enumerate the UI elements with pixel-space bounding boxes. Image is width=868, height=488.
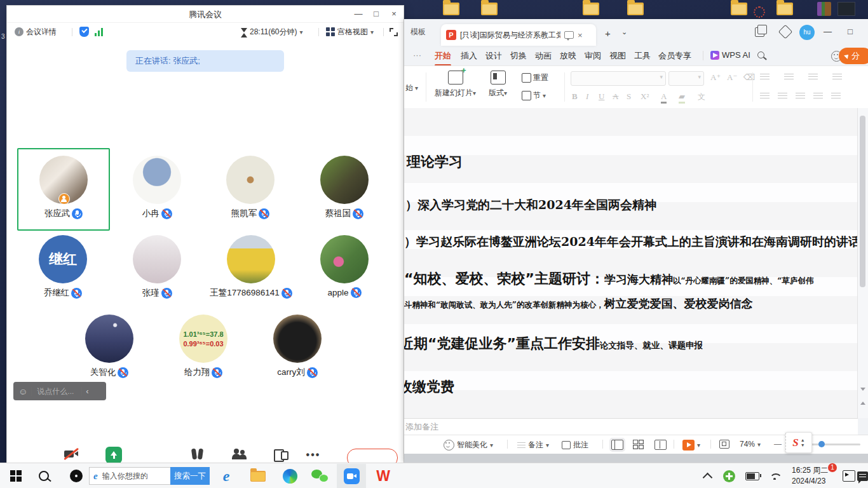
- security-status-button[interactable]: [79, 25, 89, 38]
- grid-view-selector[interactable]: 宫格视图 ▾: [326, 25, 374, 38]
- mic-muted-icon[interactable]: [259, 208, 269, 219]
- tab-close-icon[interactable]: ×: [578, 30, 583, 40]
- sogou-ime-widget[interactable]: S ▲▼: [785, 432, 812, 453]
- tab-list-chevron-icon[interactable]: ⌄: [621, 28, 627, 36]
- scrollbar-thumb[interactable]: [860, 116, 865, 287]
- down-arrow-icon[interactable]: ▼: [801, 443, 805, 447]
- taskbar-search-box[interactable]: e: [89, 467, 170, 485]
- desktop-folder-icon[interactable]: [776, 3, 793, 15]
- italic-button[interactable]: I: [586, 92, 588, 102]
- mic-muted-icon[interactable]: [307, 367, 318, 378]
- section-button[interactable]: 节▾: [522, 90, 546, 101]
- tab-insert[interactable]: 插入: [461, 50, 477, 62]
- decrease-font-button[interactable]: A⁻: [727, 72, 737, 83]
- pinyin-guide-button[interactable]: 文: [698, 92, 705, 102]
- zoom-level[interactable]: 74%▾: [740, 440, 761, 449]
- slide-sorter-button[interactable]: [633, 440, 644, 449]
- normal-view-button[interactable]: [611, 440, 623, 450]
- meeting-timer[interactable]: 28:11(60分钟) ▾: [241, 25, 303, 38]
- increase-indent-icon[interactable]: [832, 74, 842, 81]
- zoom-out-button[interactable]: —: [774, 440, 782, 449]
- tray-battery[interactable]: [743, 463, 761, 488]
- interaction-button[interactable]: [187, 445, 207, 464]
- mic-on-icon[interactable]: [72, 208, 83, 219]
- reset-button[interactable]: 重置: [522, 72, 548, 83]
- mic-muted-icon[interactable]: [118, 367, 128, 378]
- desktop-archive-icon[interactable]: [817, 2, 831, 16]
- taskbar-wechat-button[interactable]: [308, 463, 330, 488]
- tab-home[interactable]: 开始: [435, 50, 451, 62]
- side-by-side-icon[interactable]: [755, 27, 764, 37]
- participant-tile[interactable]: 张应武: [17, 148, 110, 231]
- participant-tile[interactable]: 张瑾: [111, 227, 203, 310]
- tab-animation[interactable]: 动画: [535, 50, 552, 62]
- participant-tile[interactable]: 王鳘17786986141: [205, 227, 297, 310]
- new-slide-button[interactable]: 新建幻灯片▾: [435, 71, 476, 98]
- tab-transition[interactable]: 切换: [510, 50, 527, 62]
- scroll-down-icon[interactable]: [860, 388, 865, 391]
- desktop-folder-icon[interactable]: [481, 3, 498, 15]
- beautify-button[interactable]: 智能美化▾: [444, 440, 493, 451]
- taskbar-meeting-button[interactable]: [339, 463, 363, 488]
- tray-media-button[interactable]: [841, 463, 857, 488]
- desktop-folder-icon[interactable]: [443, 3, 459, 15]
- play-slideshow-button[interactable]: ▾: [682, 440, 700, 451]
- minimize-button[interactable]: —: [350, 8, 367, 20]
- bold-button[interactable]: B: [572, 92, 578, 102]
- participant-tile[interactable]: 小冉: [111, 148, 203, 231]
- decrease-indent-icon[interactable]: [808, 74, 818, 81]
- layout-button[interactable]: 版式▾: [489, 71, 507, 98]
- apps-button[interactable]: [271, 445, 290, 464]
- chat-input[interactable]: [36, 386, 78, 396]
- share-screen-button[interactable]: [104, 445, 123, 464]
- action-center-button[interactable]: [857, 463, 868, 488]
- taskbar-ie-button[interactable]: e: [215, 463, 238, 488]
- participant-tile[interactable]: carry刘: [251, 307, 344, 390]
- strikethrough-button[interactable]: A: [613, 92, 618, 102]
- new-tab-button[interactable]: +: [605, 28, 611, 39]
- underline-button[interactable]: U: [599, 92, 604, 102]
- document-tab[interactable]: P [只读]国际贸易与经济系教工党 ×: [441, 24, 596, 46]
- start-button[interactable]: [6, 463, 25, 488]
- clear-format-icon[interactable]: ⌫: [743, 72, 755, 83]
- participant-tile[interactable]: 关智化: [63, 307, 156, 390]
- meeting-details-button[interactable]: i 会议详情: [15, 25, 57, 38]
- reading-view-button[interactable]: [654, 440, 667, 450]
- mic-muted-icon[interactable]: [212, 367, 222, 378]
- tray-wifi[interactable]: [766, 463, 783, 488]
- increase-font-button[interactable]: A⁺: [710, 72, 721, 83]
- fullscreen-button[interactable]: [390, 25, 398, 38]
- mic-muted-icon[interactable]: [71, 288, 82, 299]
- participant-tile[interactable]: 蔡祖国: [298, 148, 391, 231]
- workspace-cube-icon[interactable]: [778, 25, 793, 39]
- tab-design[interactable]: 设计: [485, 50, 502, 62]
- justify-icon[interactable]: [813, 93, 823, 100]
- wps-maximize-button[interactable]: □: [848, 27, 853, 36]
- chat-quick-bar[interactable]: ☺ ‹: [13, 382, 106, 400]
- tray-antivirus-button[interactable]: [721, 463, 737, 488]
- desktop-image-icon[interactable]: [837, 2, 855, 16]
- tab-review[interactable]: 审阅: [585, 50, 601, 62]
- vertical-scrollbar[interactable]: [857, 108, 868, 418]
- line-spacing-icon[interactable]: [831, 93, 841, 100]
- font-size-select[interactable]: [668, 71, 704, 86]
- highlight-color-button[interactable]: ▰: [679, 92, 685, 104]
- share-button[interactable]: 分: [839, 48, 868, 64]
- tab-slideshow[interactable]: 放映: [560, 50, 576, 62]
- taskbar-wps-button[interactable]: W: [371, 463, 395, 488]
- slide-canvas[interactable]: 理论学习 ）深入学习党的二十大和2024年全国两会精神 ）学习赵乐际在博鳌亚洲论…: [404, 108, 858, 418]
- taskbar-explorer-button[interactable]: [247, 463, 269, 488]
- taskbar-search-input[interactable]: [101, 471, 157, 481]
- comment-bubble-icon[interactable]: [564, 31, 574, 39]
- close-button[interactable]: ×: [386, 8, 402, 20]
- collapse-chevron-icon[interactable]: ‹: [86, 386, 88, 396]
- numbered-list-icon[interactable]: [784, 74, 794, 81]
- mic-muted-icon[interactable]: [281, 288, 292, 299]
- more-button[interactable]: •••: [304, 445, 323, 464]
- wps-minimize-button[interactable]: —: [824, 27, 832, 36]
- notes-button[interactable]: 备注▾: [517, 440, 549, 451]
- comment-button[interactable]: 批注: [562, 440, 588, 451]
- members-button[interactable]: [230, 445, 249, 464]
- font-color-button[interactable]: A: [661, 92, 667, 104]
- user-avatar[interactable]: hu: [799, 25, 815, 40]
